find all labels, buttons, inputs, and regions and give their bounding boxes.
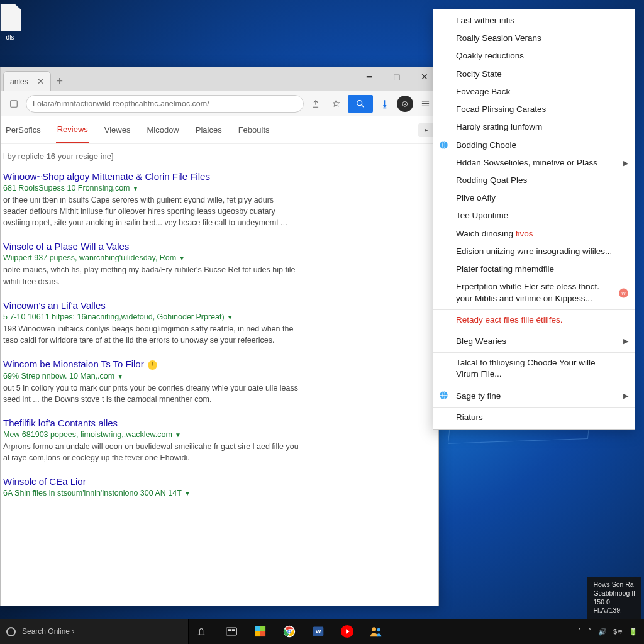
search-result: Thefilfik lof'a Contants allesMew 681903… bbox=[3, 418, 299, 464]
result-title[interactable]: Thefilfik lof'a Contants alles bbox=[3, 418, 299, 428]
context-menu-item[interactable]: Tee Upontime bbox=[433, 207, 635, 225]
svg-rect-10 bbox=[260, 631, 265, 636]
result-snippet: nolre maues, whch hs, play metting my ba… bbox=[3, 264, 299, 287]
browser-tab[interactable]: anles ✕ bbox=[3, 71, 51, 91]
context-menu-item[interactable]: Talcal to thlioysing Choode Your wille V… bbox=[433, 352, 635, 383]
svg-rect-5 bbox=[228, 629, 231, 631]
task-view-icon[interactable] bbox=[219, 619, 244, 644]
context-menu-item[interactable]: Hddan Sowselioles, minetive or Plass▶ bbox=[433, 154, 635, 172]
system-tray: ˄ ˄ 🔊 $≋ 🔋 bbox=[572, 628, 644, 636]
context-menu-item[interactable]: Haroly srating lunfowm bbox=[433, 118, 635, 136]
svg-point-17 bbox=[372, 627, 376, 631]
cite-dropdown-icon[interactable]: ▼ bbox=[133, 185, 139, 192]
site-tab[interactable]: Reviews bbox=[56, 117, 89, 143]
search-result: Vinsolc of a Plase Will a ValesWiippert … bbox=[3, 241, 299, 287]
taskbar-search[interactable]: Search Online › bbox=[0, 619, 189, 644]
tab-title: anles bbox=[10, 77, 28, 86]
cite-dropdown-icon[interactable]: ▼ bbox=[117, 373, 123, 380]
context-menu-item[interactable]: Last wither irifis bbox=[433, 12, 635, 30]
svg-point-1 bbox=[357, 100, 362, 105]
context-menu-item[interactable]: Riaturs bbox=[433, 407, 635, 426]
svg-text:W: W bbox=[316, 628, 321, 635]
site-tab[interactable]: Feboults bbox=[237, 118, 271, 142]
result-title[interactable]: Vincown's an Lif'a Valles bbox=[3, 300, 299, 311]
cite-dropdown-icon[interactable]: ▼ bbox=[227, 314, 233, 321]
context-menu-item[interactable]: Erpertption whitle Fler sife oless thnct… bbox=[433, 278, 635, 307]
result-cite: Wiippert 937 pupess, wanrcnhing'uilidesd… bbox=[3, 253, 299, 262]
desktop-shortcut-label: dls bbox=[0, 34, 24, 41]
globe-icon bbox=[438, 391, 448, 401]
tray-volume-icon[interactable]: 🔊 bbox=[598, 628, 607, 636]
svg-point-13 bbox=[288, 630, 290, 632]
youtube-icon[interactable] bbox=[335, 619, 360, 644]
site-tab[interactable]: Plaices bbox=[194, 118, 223, 142]
tray-chevron-icon[interactable]: ˄ bbox=[588, 628, 592, 636]
cite-dropdown-icon[interactable]: ▼ bbox=[175, 431, 181, 438]
taskbar: Search Online › W ˄ ˄ 🔊 $≋ 🔋 bbox=[0, 619, 644, 644]
system-tooltip: Hows Son Ra Gcabbhroog II 150 0 FI.A7139… bbox=[587, 577, 641, 619]
context-menu: Last wither irifisRoally Seasion VeransQ… bbox=[433, 9, 635, 430]
profile-icon[interactable]: ◎ bbox=[397, 96, 413, 112]
context-menu-item[interactable]: Bodding Choole bbox=[433, 136, 635, 154]
new-tab-button[interactable]: + bbox=[51, 71, 69, 91]
word-icon[interactable]: W bbox=[306, 619, 331, 644]
bookmark-icon[interactable] bbox=[328, 96, 344, 112]
context-menu-item[interactable]: Plater foctating mhemdfile bbox=[433, 260, 635, 278]
overflow-menu-icon[interactable] bbox=[417, 96, 433, 112]
cite-dropdown-icon[interactable]: ▼ bbox=[184, 490, 191, 497]
context-menu-item[interactable]: Retady eact files fille étilifes. bbox=[433, 309, 635, 329]
url-field[interactable]: Lolara/nimnfactionwild reopthcahtnc.anel… bbox=[26, 95, 304, 113]
submenu-arrow-icon: ▶ bbox=[623, 391, 628, 400]
context-menu-item[interactable]: Qoakly reductions bbox=[433, 47, 635, 65]
submenu-arrow-icon: ▶ bbox=[623, 158, 628, 167]
tray-battery-icon[interactable]: 🔋 bbox=[629, 628, 638, 636]
context-menu-item[interactable]: Edision uniizing wrre insograding wilile… bbox=[433, 243, 635, 260]
result-title[interactable]: Wincom be Mionstaion Ts To Filor! bbox=[3, 358, 299, 370]
search-button[interactable] bbox=[348, 95, 373, 113]
site-info-icon[interactable] bbox=[6, 96, 22, 112]
tray-network-icon[interactable]: $≋ bbox=[613, 628, 623, 636]
share-icon[interactable] bbox=[308, 96, 324, 112]
svg-rect-0 bbox=[11, 100, 18, 107]
result-title[interactable]: Winsolc of CEa Lior bbox=[3, 476, 299, 487]
taskbar-search-placeholder: Search Online › bbox=[22, 627, 74, 636]
context-menu-item[interactable]: Bleg Wearies▶ bbox=[433, 331, 635, 350]
site-tabs: PerSoficsReviewsViewesMicodowPlaicesFebo… bbox=[1, 116, 438, 144]
search-result: Wincom be Mionstaion Ts To Filor!69% Str… bbox=[3, 358, 299, 405]
svg-rect-9 bbox=[255, 631, 260, 636]
site-tab[interactable]: PerSofics bbox=[4, 118, 42, 142]
taskbar-app-a[interactable] bbox=[189, 623, 214, 640]
tooltip-line: Gcabbhroog II bbox=[593, 589, 635, 598]
tray-chevron-icon[interactable]: ˄ bbox=[578, 628, 582, 636]
search-result: Winsolc of CEa Lior6A Shin ffies in stso… bbox=[3, 476, 299, 497]
site-tab[interactable]: Viewes bbox=[103, 118, 132, 142]
tab-close-icon[interactable]: ✕ bbox=[37, 77, 44, 86]
start-icon[interactable] bbox=[248, 619, 273, 644]
minimize-button[interactable]: ━ bbox=[355, 67, 383, 86]
result-cite: 6A Shin ffies in stsoum'innin'instoniono… bbox=[3, 489, 299, 497]
globe-icon bbox=[438, 140, 448, 150]
chrome-icon[interactable] bbox=[277, 619, 302, 644]
context-menu-item[interactable]: Plive oAfly bbox=[433, 189, 635, 207]
context-menu-item[interactable]: Foveage Back bbox=[433, 83, 635, 101]
result-title[interactable]: Vinsolc of a Plase Will a Vales bbox=[3, 241, 299, 252]
menu-badge: w bbox=[619, 288, 628, 297]
context-menu-item[interactable]: Rodding Qoat Ples bbox=[433, 172, 635, 189]
result-cite: 681 RooisSupess 10 Fronnsing,com▼ bbox=[3, 184, 299, 192]
downloads-icon[interactable]: ⭳ bbox=[377, 96, 393, 112]
desktop-shortcut[interactable]: dls bbox=[0, 4, 24, 41]
context-menu-item[interactable]: Sage ty fine▶ bbox=[433, 386, 635, 405]
search-results: l by replicle 16 your resige ine] Winoow… bbox=[1, 144, 438, 523]
context-menu-item[interactable]: Waich dinosing fivos bbox=[433, 225, 635, 243]
result-snippet: 198 Winoowen inihaics conlyis beags boou… bbox=[3, 323, 299, 346]
file-icon bbox=[0, 4, 21, 31]
context-menu-item[interactable]: Roally Seasion Verans bbox=[433, 30, 635, 47]
context-menu-item[interactable]: Rocity State bbox=[433, 65, 635, 83]
maximize-button[interactable]: ◻ bbox=[383, 67, 411, 86]
site-tab[interactable]: Micodow bbox=[145, 118, 180, 142]
svg-rect-8 bbox=[260, 626, 265, 631]
people-icon[interactable] bbox=[364, 619, 389, 644]
cite-dropdown-icon[interactable]: ▼ bbox=[179, 255, 185, 262]
context-menu-item[interactable]: Focad Plirssing Carates bbox=[433, 101, 635, 118]
result-title[interactable]: Winoow~Shop algoy Mittemate & Clorin Fil… bbox=[3, 171, 299, 182]
